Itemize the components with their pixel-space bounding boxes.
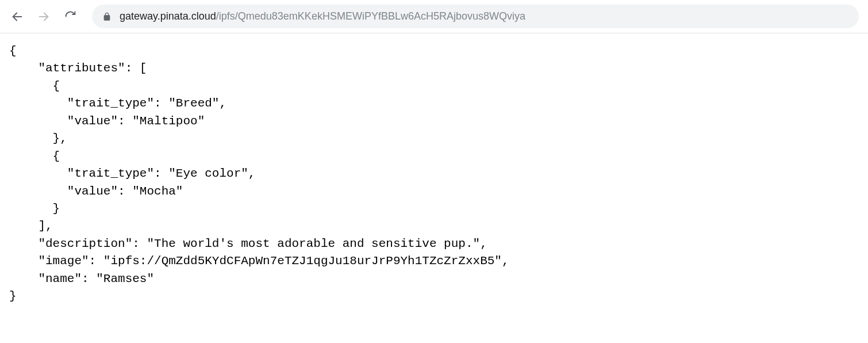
forward-button[interactable] bbox=[36, 9, 52, 25]
forward-icon bbox=[37, 10, 50, 23]
back-icon bbox=[11, 10, 24, 23]
json-content: { "attributes": [ { "trait_type": "Breed… bbox=[0, 33, 868, 315]
back-button[interactable] bbox=[9, 9, 25, 25]
address-bar[interactable]: gateway.pinata.cloud/ipfs/Qmedu83emKKekH… bbox=[92, 5, 859, 28]
nav-buttons bbox=[9, 9, 78, 25]
url-path: /ipfs/Qmedu83emKKekHSMEWiPYfBBLw6AcH5RAj… bbox=[216, 10, 525, 22]
url-text: gateway.pinata.cloud/ipfs/Qmedu83emKKekH… bbox=[120, 10, 525, 22]
url-domain: gateway.pinata.cloud bbox=[120, 10, 216, 22]
browser-toolbar: gateway.pinata.cloud/ipfs/Qmedu83emKKekH… bbox=[0, 0, 868, 33]
reload-button[interactable] bbox=[62, 9, 78, 25]
lock-icon bbox=[102, 12, 112, 21]
reload-icon bbox=[64, 10, 76, 22]
